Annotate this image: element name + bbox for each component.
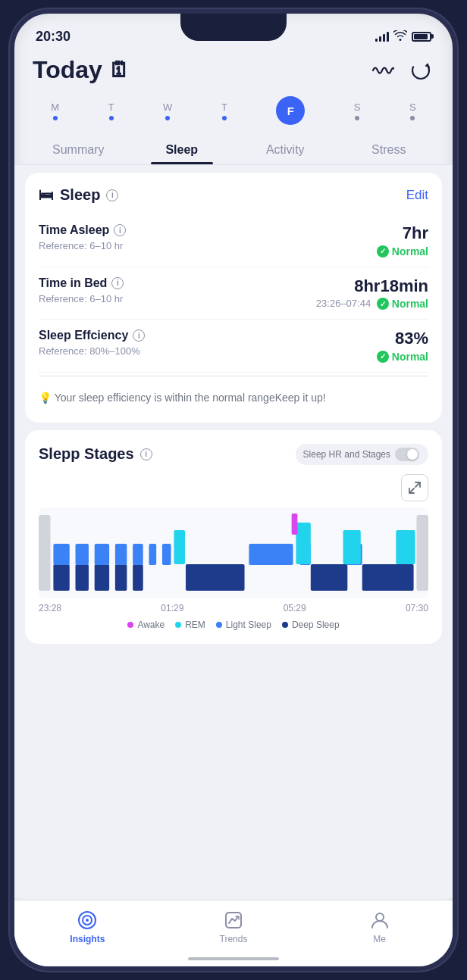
sleep-title: 🛏 Sleep i: [39, 186, 118, 204]
chart-time-1: 23:28: [39, 603, 61, 613]
svg-rect-11: [362, 564, 414, 591]
day-dot: [410, 116, 415, 120]
day-letter: T: [221, 101, 227, 113]
header: Today 🗓: [14, 53, 453, 90]
me-label: Me: [373, 934, 386, 944]
light-sleep-dot: [216, 622, 222, 628]
tab-bar: Summary Sleep Activity Stress: [14, 131, 453, 165]
svg-rect-14: [95, 544, 109, 565]
chart-time-3: 05:29: [284, 603, 306, 613]
sleep-efficiency-value: 83% ✓ Normal: [377, 329, 428, 363]
header-actions: [369, 57, 434, 84]
sleep-info-icon[interactable]: i: [106, 189, 118, 201]
check-icon: ✓: [377, 298, 389, 310]
week-navigation: M T W T F S S: [14, 90, 453, 131]
day-monday[interactable]: M: [51, 101, 59, 120]
refresh-icon[interactable]: [407, 57, 434, 84]
main-content: 🛏 Sleep i Edit Time Asleep i Reference: …: [14, 165, 453, 898]
sleep-efficiency-info-icon[interactable]: i: [133, 329, 145, 342]
insights-label: Insights: [70, 934, 105, 944]
chart-time-2: 01:29: [161, 603, 183, 613]
svg-rect-15: [115, 544, 127, 565]
chart-time-labels: 23:28 01:29 05:29 07:30: [39, 598, 428, 613]
sleep-chart-svg: [39, 507, 428, 598]
tab-summary[interactable]: Summary: [27, 137, 130, 164]
stages-card: Slepp Stages i Sleep HR and Stages: [25, 430, 442, 644]
stages-info-icon[interactable]: i: [140, 448, 152, 460]
sleep-hr-toggle[interactable]: Sleep HR and Stages: [296, 444, 428, 465]
svg-point-29: [86, 919, 89, 922]
time-in-bed-info-icon[interactable]: i: [111, 277, 124, 289]
time-in-bed-ref: Reference: 6–10 hr: [39, 293, 124, 304]
svg-rect-23: [296, 523, 310, 564]
chart-time-4: 07:30: [406, 603, 428, 613]
sleep-tip: 💡 Your sleep efficiency is within the no…: [39, 379, 428, 409]
time-asleep-status: ✓ Normal: [377, 245, 428, 257]
sleep-icon: 🛏: [39, 186, 54, 204]
sleep-chart: [39, 507, 428, 598]
svg-rect-2: [39, 515, 51, 591]
day-friday[interactable]: F: [276, 96, 305, 125]
toggle-switch[interactable]: [395, 448, 419, 461]
day-dot: [222, 116, 227, 120]
svg-rect-10: [311, 564, 347, 591]
svg-rect-18: [162, 544, 171, 565]
time-in-bed-sub: 23:26–07:44 ✓ Normal: [316, 298, 428, 311]
day-letter: W: [163, 101, 172, 113]
legend-awake: Awake: [127, 620, 165, 630]
day-letter: M: [51, 101, 59, 113]
day-dot: [109, 116, 114, 120]
svg-rect-5: [75, 564, 88, 591]
stages-header: Slepp Stages i Sleep HR and Stages: [39, 444, 428, 465]
legend-rem: REM: [175, 620, 205, 630]
metric-time-in-bed: Time in Bed i Reference: 6–10 hr 8hr18mi…: [39, 267, 428, 320]
me-icon: [369, 910, 390, 931]
sleep-header: 🛏 Sleep i Edit: [39, 186, 428, 204]
svg-rect-9: [186, 564, 245, 591]
tab-activity[interactable]: Activity: [234, 137, 337, 164]
day-thursday[interactable]: T: [221, 101, 227, 120]
svg-rect-24: [343, 530, 361, 564]
tab-sleep[interactable]: Sleep: [130, 137, 234, 164]
sleep-card: 🛏 Sleep i Edit Time Asleep i Reference: …: [25, 173, 442, 423]
awake-dot: [127, 622, 133, 628]
time-asleep-value: 7hr ✓ Normal: [377, 223, 428, 257]
rem-dot: [175, 622, 181, 628]
metric-time-asleep: Time Asleep i Reference: 6–10 hr 7hr ✓ N…: [39, 214, 428, 267]
tip-text: 💡 Your sleep efficiency is within the no…: [39, 390, 326, 406]
toggle-knob: [407, 449, 418, 460]
time-asleep-ref: Reference: 6–10 hr: [39, 240, 126, 251]
bottom-navigation: Insights Trends Me: [14, 900, 453, 966]
day-sunday[interactable]: S: [409, 101, 416, 120]
day-letter: S: [354, 101, 361, 113]
legend-deep-sleep: Deep Sleep: [282, 620, 340, 630]
chart-legend: Awake REM Light Sleep Deep Sleep: [39, 613, 428, 633]
divider: [39, 376, 428, 376]
day-dot: [53, 116, 58, 120]
wave-icon[interactable]: [369, 57, 396, 84]
check-icon: ✓: [377, 245, 389, 257]
trends-label: Trends: [220, 934, 248, 944]
deep-sleep-dot: [282, 622, 288, 628]
tab-stress[interactable]: Stress: [337, 137, 441, 164]
insights-icon: [77, 910, 98, 931]
svg-rect-7: [115, 564, 127, 591]
battery-icon: [412, 32, 431, 42]
day-letter: S: [409, 101, 416, 113]
time-in-bed-value: 8hr18min 23:26–07:44 ✓ Normal: [316, 276, 428, 311]
nav-me[interactable]: Me: [306, 910, 453, 944]
svg-rect-22: [174, 530, 185, 564]
svg-rect-3: [416, 515, 428, 591]
day-tuesday[interactable]: T: [108, 101, 114, 120]
nav-insights[interactable]: Insights: [14, 910, 161, 944]
day-wednesday[interactable]: W: [163, 101, 172, 120]
status-time: 20:30: [36, 29, 71, 45]
expand-chart-button[interactable]: [401, 474, 428, 501]
status-icons: [375, 30, 431, 43]
nav-trends[interactable]: Trends: [161, 910, 307, 944]
day-saturday[interactable]: S: [354, 101, 361, 120]
svg-rect-12: [53, 544, 69, 565]
edit-button[interactable]: Edit: [406, 188, 428, 203]
svg-rect-6: [95, 564, 109, 591]
time-asleep-info-icon[interactable]: i: [114, 224, 126, 236]
